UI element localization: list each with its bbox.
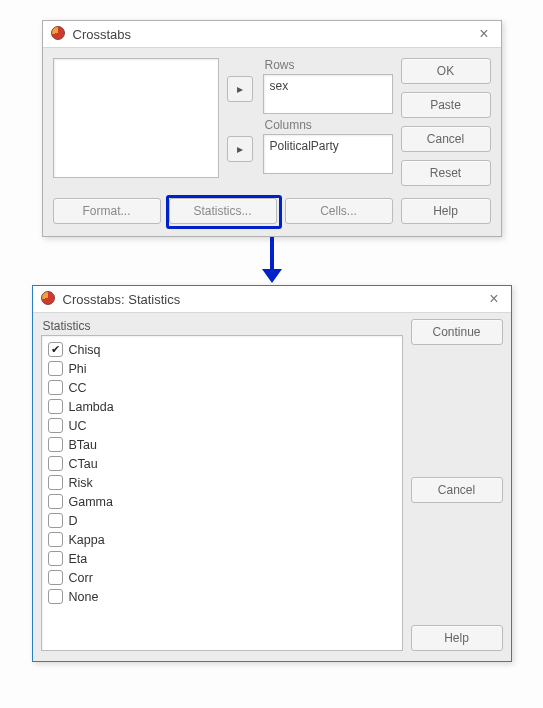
- checkbox[interactable]: [48, 399, 63, 414]
- checkbox[interactable]: [48, 570, 63, 585]
- titlebar: Crosstabs: Statistics ×: [33, 286, 511, 313]
- cancel-button[interactable]: Cancel: [411, 477, 503, 503]
- reset-button[interactable]: Reset: [401, 160, 491, 186]
- option-label: Lambda: [69, 400, 114, 414]
- checkbox[interactable]: [48, 589, 63, 604]
- statistics-option[interactable]: Risk: [48, 473, 396, 492]
- checkbox[interactable]: [48, 437, 63, 452]
- statistics-option[interactable]: Chisq: [48, 340, 396, 359]
- option-label: Eta: [69, 552, 88, 566]
- statistics-option[interactable]: Gamma: [48, 492, 396, 511]
- statistics-list: ChisqPhiCCLambdaUCBTauCTauRiskGammaDKapp…: [41, 335, 403, 651]
- statistics-button[interactable]: Statistics...: [169, 198, 277, 224]
- statistics-option[interactable]: Kappa: [48, 530, 396, 549]
- cancel-button[interactable]: Cancel: [401, 126, 491, 152]
- crosstabs-statistics-dialog: Crosstabs: Statistics × Statistics Chisq…: [32, 285, 512, 662]
- close-icon[interactable]: ×: [485, 292, 502, 306]
- checkbox[interactable]: [48, 513, 63, 528]
- option-label: UC: [69, 419, 87, 433]
- arrow-down-icon: [262, 269, 282, 283]
- statistics-option[interactable]: Eta: [48, 549, 396, 568]
- ok-button[interactable]: OK: [401, 58, 491, 84]
- checkbox[interactable]: [48, 456, 63, 471]
- statistics-option[interactable]: None: [48, 587, 396, 606]
- help-button[interactable]: Help: [401, 198, 491, 224]
- statistics-option[interactable]: CTau: [48, 454, 396, 473]
- window-title: Crosstabs: [73, 27, 132, 42]
- checkbox[interactable]: [48, 475, 63, 490]
- rows-field[interactable]: sex: [263, 74, 393, 114]
- columns-label: Columns: [265, 118, 393, 132]
- arrow-annotation: [10, 237, 533, 285]
- continue-button[interactable]: Continue: [411, 319, 503, 345]
- move-to-rows-button[interactable]: ▸: [227, 76, 253, 102]
- checkbox[interactable]: [48, 551, 63, 566]
- checkbox[interactable]: [48, 342, 63, 357]
- app-icon: [51, 26, 67, 42]
- arrow-right-icon: ▸: [237, 142, 243, 156]
- option-label: Gamma: [69, 495, 113, 509]
- format-button[interactable]: Format...: [53, 198, 161, 224]
- columns-value: PoliticalParty: [270, 139, 339, 153]
- option-label: BTau: [69, 438, 98, 452]
- arrow-right-icon: ▸: [237, 82, 243, 96]
- paste-button[interactable]: Paste: [401, 92, 491, 118]
- rows-value: sex: [270, 79, 289, 93]
- statistics-option[interactable]: CC: [48, 378, 396, 397]
- option-label: D: [69, 514, 78, 528]
- rows-label: Rows: [265, 58, 393, 72]
- statistics-option[interactable]: D: [48, 511, 396, 530]
- statistics-option[interactable]: Lambda: [48, 397, 396, 416]
- side-buttons: OK Paste Cancel Reset: [401, 58, 491, 186]
- checkbox[interactable]: [48, 380, 63, 395]
- checkbox[interactable]: [48, 494, 63, 509]
- option-label: Phi: [69, 362, 87, 376]
- titlebar: Crosstabs ×: [43, 21, 501, 48]
- side-buttons: Continue Cancel Help: [411, 319, 503, 651]
- option-label: CTau: [69, 457, 98, 471]
- statistics-option[interactable]: BTau: [48, 435, 396, 454]
- option-label: CC: [69, 381, 87, 395]
- dialog-body: Statistics ChisqPhiCCLambdaUCBTauCTauRis…: [33, 313, 511, 661]
- statistics-group: Statistics ChisqPhiCCLambdaUCBTauCTauRis…: [41, 319, 403, 651]
- option-label: None: [69, 590, 99, 604]
- arrow-shaft: [270, 237, 274, 271]
- columns-field[interactable]: PoliticalParty: [263, 134, 393, 174]
- crosstabs-dialog: Crosstabs × ▸ Rows sex ▸ Columns Politic…: [42, 20, 502, 237]
- statistics-option[interactable]: Phi: [48, 359, 396, 378]
- statistics-option[interactable]: UC: [48, 416, 396, 435]
- dialog-body: ▸ Rows sex ▸ Columns PoliticalParty OK P…: [43, 48, 501, 198]
- help-button[interactable]: Help: [411, 625, 503, 651]
- window-title: Crosstabs: Statistics: [63, 292, 181, 307]
- move-to-columns-button[interactable]: ▸: [227, 136, 253, 162]
- statistics-group-label: Statistics: [43, 319, 403, 333]
- bottom-button-row: Format... Statistics... Cells... Help: [43, 198, 501, 236]
- close-icon[interactable]: ×: [475, 27, 492, 41]
- checkbox[interactable]: [48, 532, 63, 547]
- cells-button[interactable]: Cells...: [285, 198, 393, 224]
- checkbox[interactable]: [48, 418, 63, 433]
- option-label: Kappa: [69, 533, 105, 547]
- statistics-option[interactable]: Corr: [48, 568, 396, 587]
- checkbox[interactable]: [48, 361, 63, 376]
- option-label: Risk: [69, 476, 93, 490]
- source-variable-list[interactable]: [53, 58, 219, 178]
- option-label: Chisq: [69, 343, 101, 357]
- option-label: Corr: [69, 571, 93, 585]
- app-icon: [41, 291, 57, 307]
